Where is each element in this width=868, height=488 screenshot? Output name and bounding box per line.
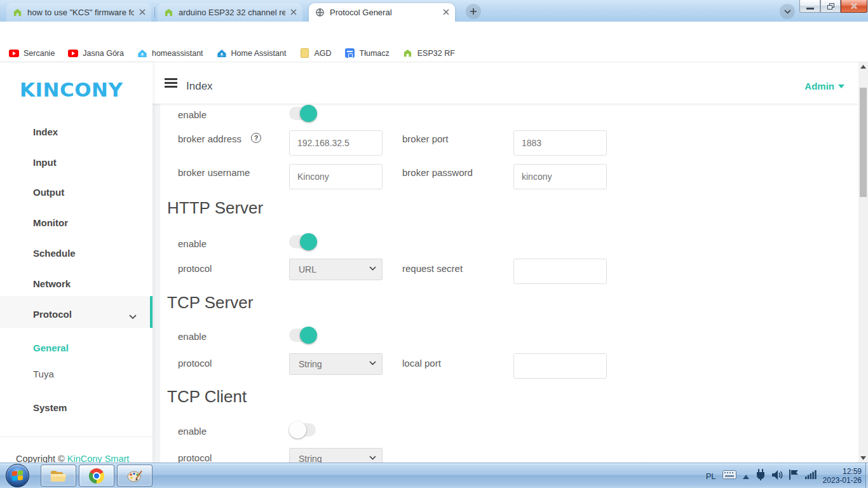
- new-tab-button[interactable]: [466, 4, 481, 19]
- tcp-client-enable-label: enable: [178, 426, 207, 437]
- scroll-up-arrow[interactable]: [858, 62, 868, 71]
- http-protocol-label: protocol: [178, 263, 212, 274]
- window-close-button[interactable]: [841, 0, 867, 13]
- help-icon[interactable]: ?: [251, 133, 261, 143]
- tab-close-icon[interactable]: [443, 8, 449, 17]
- home-assistant-icon: [137, 48, 147, 58]
- mqtt-enable-label: enable: [178, 109, 207, 120]
- sidebar-item-index[interactable]: Index: [33, 126, 58, 137]
- bookmark-esp32-rf[interactable]: ESP32 RF: [403, 48, 455, 58]
- bookmark-homeassistant[interactable]: homeassistant: [137, 48, 203, 58]
- broker-address-label: broker address: [178, 133, 241, 144]
- youtube-icon: [68, 48, 78, 58]
- sidebar-item-protocol[interactable]: Protocol: [33, 309, 72, 320]
- bookmark-tlumacz[interactable]: Tłumacz: [345, 48, 390, 58]
- broker-port-input[interactable]: [513, 130, 607, 156]
- broker-address-input[interactable]: [289, 130, 383, 156]
- tcp-client-enable-toggle[interactable]: [289, 421, 317, 438]
- show-desktop-button[interactable]: [865, 463, 868, 488]
- youtube-icon: [9, 48, 19, 58]
- http-enable-toggle[interactable]: [289, 233, 317, 250]
- browser-tab-1[interactable]: how to use "KCS" firmware for Ki: [6, 3, 151, 22]
- scrollbar-thumb[interactable]: [860, 88, 867, 197]
- taskbar-chrome-button[interactable]: [79, 464, 114, 487]
- paint-palette-icon: [126, 469, 143, 483]
- windows-taskbar: PL 12:59 2023-01-26: [0, 463, 868, 488]
- broker-username-label: broker username: [178, 167, 250, 178]
- tcp-server-enable-label: enable: [178, 331, 207, 342]
- window-minimize-button[interactable]: [799, 0, 820, 13]
- browser-toolbar: Niezabezpieczona 192.168.32.7/protocol_g…: [0, 22, 868, 44]
- bookmark-home-assistant[interactable]: Home Assistant: [217, 48, 287, 58]
- kincony-house-favicon: [12, 8, 22, 18]
- speaker-icon[interactable]: [772, 470, 783, 482]
- sidebar-active-indicator: [150, 296, 153, 328]
- window-restore-button[interactable]: [820, 0, 841, 13]
- clock-date: 2023-01-26: [823, 476, 862, 485]
- mqtt-enable-toggle[interactable]: [289, 105, 317, 122]
- tcp-client-title: TCP Client: [167, 387, 247, 407]
- globe-favicon: [315, 8, 325, 18]
- broker-port-label: broker port: [402, 133, 449, 144]
- sidebar-item-input[interactable]: Input: [33, 157, 57, 168]
- request-secret-input[interactable]: [513, 259, 607, 284]
- keyboard-icon[interactable]: [722, 470, 736, 482]
- tcp-server-enable-toggle[interactable]: [289, 327, 317, 344]
- tab-close-icon[interactable]: [139, 8, 146, 17]
- bookmark-sercanie[interactable]: Sercanie: [9, 48, 55, 58]
- sidebar-item-output[interactable]: Output: [33, 187, 64, 198]
- page-title: Index: [186, 80, 213, 93]
- protocol-general-form: enable broker address ? broker port brok…: [153, 104, 858, 463]
- chrome-icon: [89, 468, 104, 484]
- taskbar-clock[interactable]: 12:59 2023-01-26: [823, 467, 862, 485]
- tcp-server-protocol-label: protocol: [178, 358, 212, 369]
- chevron-down-icon: [129, 311, 137, 322]
- screen: how to use "KCS" firmware for Ki arduino…: [0, 0, 868, 488]
- tab-separator: [154, 7, 155, 18]
- tab-title: Protocol General: [330, 8, 438, 17]
- google-translate-icon: [345, 48, 355, 58]
- app-sidebar: KINCONY Index Input Output Monitor Sched…: [0, 62, 153, 463]
- system-tray: PL 12:59 2023-01-26: [706, 463, 862, 488]
- sidebar-subitem-general[interactable]: General: [33, 342, 69, 353]
- clock-time: 12:59: [823, 467, 862, 476]
- bookmark-agd[interactable]: AGD: [299, 48, 331, 58]
- chevron-down-icon: [838, 85, 844, 88]
- tab-search-chevron-button[interactable]: [780, 4, 795, 19]
- tcp-client-protocol-label: protocol: [178, 452, 212, 463]
- taskbar-explorer-button[interactable]: [41, 464, 76, 487]
- scroll-down-arrow[interactable]: [858, 454, 868, 463]
- hamburger-menu-icon[interactable]: [165, 78, 177, 88]
- browser-tab-2[interactable]: arduino ESP32 32 channel relay n: [158, 3, 302, 22]
- broker-password-label: broker password: [402, 167, 473, 178]
- tab-title: arduino ESP32 32 channel relay n: [179, 8, 285, 17]
- http-enable-label: enable: [178, 238, 207, 249]
- broker-password-input[interactable]: [513, 164, 607, 189]
- http-protocol-select[interactable]: URL: [289, 259, 383, 280]
- admin-dropdown[interactable]: Admin: [804, 81, 844, 92]
- sidebar-item-system[interactable]: System: [33, 402, 67, 413]
- sidebar-item-monitor[interactable]: Monitor: [33, 217, 68, 228]
- page-scrollbar[interactable]: [858, 62, 868, 463]
- show-hidden-icons-arrow[interactable]: [743, 470, 749, 482]
- yellow-note-icon: [299, 48, 309, 58]
- sidebar-item-network[interactable]: Network: [33, 278, 71, 289]
- sidebar-item-schedule[interactable]: Schedule: [33, 248, 76, 259]
- taskbar-paint-button[interactable]: [117, 464, 153, 487]
- tcp-client-protocol-select[interactable]: String: [289, 448, 383, 463]
- sidebar-subitem-tuya[interactable]: Tuya: [33, 369, 54, 379]
- network-signal-icon[interactable]: [805, 470, 817, 482]
- kincony-logo[interactable]: KINCONY: [20, 78, 123, 101]
- browser-tab-active[interactable]: Protocol General: [309, 3, 455, 22]
- content-gutter: [153, 104, 160, 463]
- home-assistant-icon: [217, 48, 227, 58]
- power-plug-icon[interactable]: [756, 469, 766, 483]
- tab-close-icon[interactable]: [290, 8, 297, 17]
- tcp-server-protocol-select[interactable]: String: [289, 353, 383, 375]
- action-center-flag-icon[interactable]: [789, 470, 799, 482]
- local-port-input[interactable]: [513, 353, 607, 379]
- bookmark-jasna-gora[interactable]: Jasna Góra: [68, 48, 124, 58]
- start-button[interactable]: [6, 464, 29, 487]
- broker-username-input[interactable]: [289, 164, 383, 189]
- language-indicator[interactable]: PL: [706, 471, 716, 481]
